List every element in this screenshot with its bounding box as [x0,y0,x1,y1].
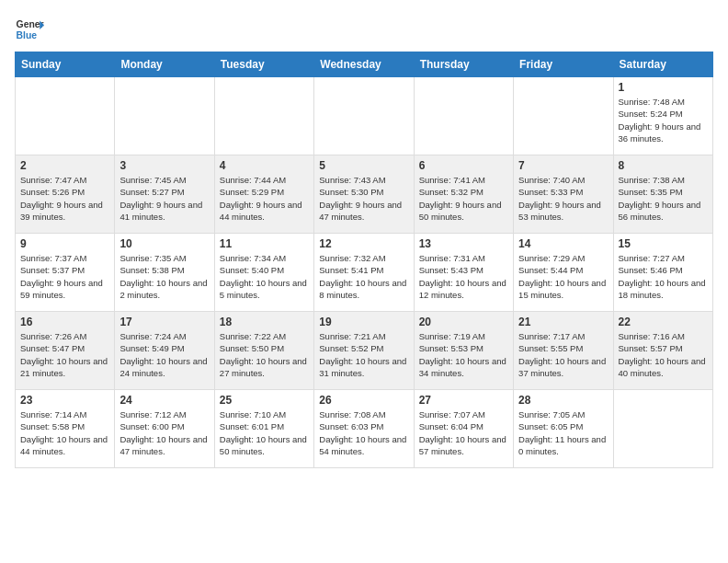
day-detail: Sunrise: 7:17 AM Sunset: 5:55 PM Dayligh… [518,330,608,379]
day-detail: Sunrise: 7:14 AM Sunset: 5:58 PM Dayligh… [20,408,109,457]
calendar-cell: 14Sunrise: 7:29 AM Sunset: 5:44 PM Dayli… [514,234,613,312]
calendar-cell [16,77,115,155]
weekday-header-row: SundayMondayTuesdayWednesdayThursdayFrid… [16,52,713,77]
calendar-cell: 10Sunrise: 7:35 AM Sunset: 5:38 PM Dayli… [115,234,214,312]
day-detail: Sunrise: 7:34 AM Sunset: 5:40 PM Dayligh… [220,252,309,301]
day-number: 10 [119,237,209,250]
weekday-header-saturday: Saturday [613,52,712,77]
weekday-header-thursday: Thursday [414,52,513,77]
day-number: 22 [619,316,708,328]
day-number: 16 [20,316,109,328]
weekday-header-sunday: Sunday [16,52,115,77]
day-number: 13 [419,237,508,250]
day-number: 9 [20,237,109,250]
day-number: 15 [619,237,708,250]
logo-icon: General Blue [15,15,44,44]
calendar-cell: 8Sunrise: 7:38 AM Sunset: 5:35 PM Daylig… [613,155,712,234]
day-detail: Sunrise: 7:45 AM Sunset: 5:27 PM Dayligh… [119,174,209,223]
day-detail: Sunrise: 7:44 AM Sunset: 5:29 PM Dayligh… [220,174,309,223]
calendar-cell: 5Sunrise: 7:43 AM Sunset: 5:30 PM Daylig… [314,155,414,234]
day-detail: Sunrise: 7:35 AM Sunset: 5:38 PM Dayligh… [119,252,209,301]
calendar-week-row: 2Sunrise: 7:47 AM Sunset: 5:26 PM Daylig… [16,155,713,234]
calendar-week-row: 9Sunrise: 7:37 AM Sunset: 5:37 PM Daylig… [16,234,713,312]
calendar-cell [115,77,214,155]
weekday-header-tuesday: Tuesday [214,52,313,77]
day-detail: Sunrise: 7:21 AM Sunset: 5:52 PM Dayligh… [319,330,408,379]
day-number: 7 [518,159,608,172]
day-detail: Sunrise: 7:26 AM Sunset: 5:47 PM Dayligh… [20,330,109,379]
day-detail: Sunrise: 7:41 AM Sunset: 5:32 PM Dayligh… [419,174,508,223]
calendar-cell: 1Sunrise: 7:48 AM Sunset: 5:24 PM Daylig… [613,77,712,155]
day-number: 6 [419,159,508,172]
day-number: 2 [20,159,109,172]
calendar-cell: 26Sunrise: 7:08 AM Sunset: 6:03 PM Dayli… [314,390,414,468]
calendar-cell [214,77,313,155]
day-number: 23 [20,394,109,407]
day-detail: Sunrise: 7:07 AM Sunset: 6:04 PM Dayligh… [419,408,508,457]
day-detail: Sunrise: 7:43 AM Sunset: 5:30 PM Dayligh… [319,174,408,223]
day-number: 18 [220,316,309,328]
calendar-cell: 13Sunrise: 7:31 AM Sunset: 5:43 PM Dayli… [414,234,513,312]
weekday-header-wednesday: Wednesday [314,52,414,77]
calendar-cell: 19Sunrise: 7:21 AM Sunset: 5:52 PM Dayli… [314,312,414,390]
day-number: 11 [220,237,309,250]
day-detail: Sunrise: 7:08 AM Sunset: 6:03 PM Dayligh… [319,408,408,457]
day-number: 19 [319,316,408,328]
weekday-header-friday: Friday [514,52,613,77]
day-number: 14 [518,237,608,250]
day-number: 20 [419,316,508,328]
calendar-cell: 21Sunrise: 7:17 AM Sunset: 5:55 PM Dayli… [514,312,613,390]
day-number: 17 [119,316,209,328]
day-number: 26 [319,394,408,407]
calendar-cell: 3Sunrise: 7:45 AM Sunset: 5:27 PM Daylig… [115,155,214,234]
calendar-cell: 25Sunrise: 7:10 AM Sunset: 6:01 PM Dayli… [214,390,313,468]
day-detail: Sunrise: 7:47 AM Sunset: 5:26 PM Dayligh… [20,174,109,223]
calendar-cell [314,77,414,155]
calendar-cell [514,77,613,155]
calendar-cell: 24Sunrise: 7:12 AM Sunset: 6:00 PM Dayli… [115,390,214,468]
day-detail: Sunrise: 7:05 AM Sunset: 6:05 PM Dayligh… [518,408,608,457]
calendar-cell: 17Sunrise: 7:24 AM Sunset: 5:49 PM Dayli… [115,312,214,390]
calendar-cell: 6Sunrise: 7:41 AM Sunset: 5:32 PM Daylig… [414,155,513,234]
page-header: General Blue [15,15,713,44]
day-number: 1 [619,81,708,94]
day-detail: Sunrise: 7:24 AM Sunset: 5:49 PM Dayligh… [119,330,209,379]
calendar-table: SundayMondayTuesdayWednesdayThursdayFrid… [15,52,713,468]
day-number: 24 [119,394,209,407]
day-number: 5 [319,159,408,172]
day-detail: Sunrise: 7:38 AM Sunset: 5:35 PM Dayligh… [619,174,708,223]
calendar-cell: 23Sunrise: 7:14 AM Sunset: 5:58 PM Dayli… [16,390,115,468]
calendar-cell: 2Sunrise: 7:47 AM Sunset: 5:26 PM Daylig… [16,155,115,234]
weekday-header-monday: Monday [115,52,214,77]
day-number: 27 [419,394,508,407]
day-detail: Sunrise: 7:12 AM Sunset: 6:00 PM Dayligh… [119,408,209,457]
day-detail: Sunrise: 7:22 AM Sunset: 5:50 PM Dayligh… [220,330,309,379]
day-detail: Sunrise: 7:27 AM Sunset: 5:46 PM Dayligh… [619,252,708,301]
calendar-week-row: 23Sunrise: 7:14 AM Sunset: 5:58 PM Dayli… [16,390,713,468]
calendar-cell: 9Sunrise: 7:37 AM Sunset: 5:37 PM Daylig… [16,234,115,312]
calendar-cell: 7Sunrise: 7:40 AM Sunset: 5:33 PM Daylig… [514,155,613,234]
calendar-cell: 20Sunrise: 7:19 AM Sunset: 5:53 PM Dayli… [414,312,513,390]
day-number: 8 [619,159,708,172]
calendar-week-row: 1Sunrise: 7:48 AM Sunset: 5:24 PM Daylig… [16,77,713,155]
day-number: 21 [518,316,608,328]
day-number: 3 [119,159,209,172]
day-detail: Sunrise: 7:19 AM Sunset: 5:53 PM Dayligh… [419,330,508,379]
day-detail: Sunrise: 7:10 AM Sunset: 6:01 PM Dayligh… [220,408,309,457]
day-detail: Sunrise: 7:16 AM Sunset: 5:57 PM Dayligh… [619,330,708,379]
calendar-cell: 4Sunrise: 7:44 AM Sunset: 5:29 PM Daylig… [214,155,313,234]
day-detail: Sunrise: 7:40 AM Sunset: 5:33 PM Dayligh… [518,174,608,223]
calendar-cell: 16Sunrise: 7:26 AM Sunset: 5:47 PM Dayli… [16,312,115,390]
day-number: 25 [220,394,309,407]
day-detail: Sunrise: 7:48 AM Sunset: 5:24 PM Dayligh… [619,96,708,144]
calendar-cell: 18Sunrise: 7:22 AM Sunset: 5:50 PM Dayli… [214,312,313,390]
day-detail: Sunrise: 7:29 AM Sunset: 5:44 PM Dayligh… [518,252,608,301]
calendar-cell [414,77,513,155]
calendar-cell [613,390,712,468]
logo: General Blue [15,15,44,44]
day-number: 12 [319,237,408,250]
svg-text:Blue: Blue [17,30,38,40]
calendar-cell: 11Sunrise: 7:34 AM Sunset: 5:40 PM Dayli… [214,234,313,312]
calendar-cell: 22Sunrise: 7:16 AM Sunset: 5:57 PM Dayli… [613,312,712,390]
calendar-cell: 15Sunrise: 7:27 AM Sunset: 5:46 PM Dayli… [613,234,712,312]
